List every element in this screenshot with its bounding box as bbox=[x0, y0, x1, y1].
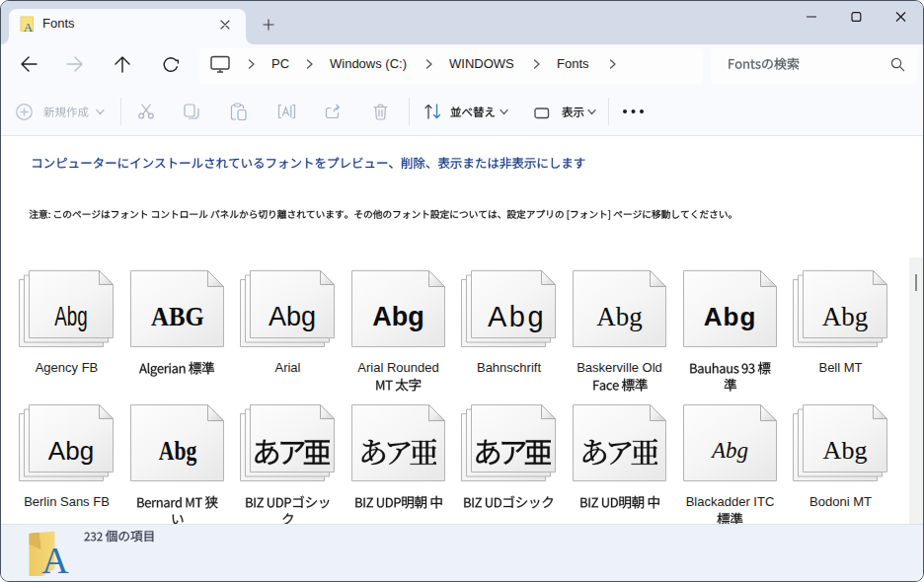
svg-text:A: A bbox=[41, 542, 69, 575]
svg-text:A: A bbox=[24, 20, 34, 34]
